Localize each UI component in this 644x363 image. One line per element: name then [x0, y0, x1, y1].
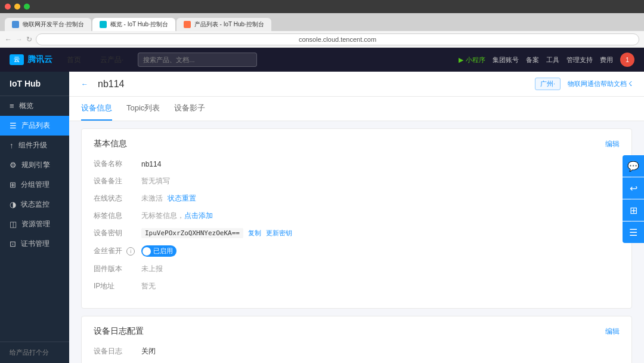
online-status-value: 未激活	[141, 193, 163, 204]
device-name-row: 设备名称 nb114	[94, 159, 620, 169]
tab-topic-list[interactable]: Topic列表	[126, 97, 160, 121]
sidebar: IoT Hub ≡ 概览 ☰ 产品列表 ↑ 组件升级 ⚙ 规则引擎 ⊞ 分组管理…	[0, 72, 69, 363]
sidebar-item-cert-manage[interactable]: ⊡ 证书管理	[0, 234, 69, 254]
content-header: ← nb114 广州· 物联网通信帮助文档 ☇	[69, 72, 644, 97]
tag-info-row: 标签信息 无标签信息， 点击添加	[94, 211, 620, 221]
tc-header-right: ▶ 小程序 集团账号 备案 工具 管理支持 费用 1	[459, 53, 634, 67]
tag-info-value: 无标签信息，	[141, 211, 184, 221]
product-list-icon: ☰	[10, 121, 17, 130]
tc-search[interactable]: 搜索产品、文档...	[138, 53, 257, 67]
device-log-title: 设备日志配置	[94, 326, 144, 337]
device-log-edit[interactable]: 编辑	[605, 327, 620, 337]
device-key-copy[interactable]: 复制	[248, 229, 261, 238]
ip-label: IP地址	[94, 281, 141, 291]
sidebar-item-resource-manage[interactable]: ◫ 资源管理	[0, 214, 69, 234]
region-badge[interactable]: 广州·	[535, 78, 561, 90]
online-status-label: 在线状态	[94, 193, 141, 204]
sidebar-item-group-manage[interactable]: ⊞ 分组管理	[0, 175, 69, 195]
device-log-card: 设备日志配置 编辑 设备日志 关闭 日志等级 无	[81, 316, 632, 363]
status-reset-link[interactable]: 状态重置	[168, 193, 196, 204]
tc-logo-icon: 云	[10, 54, 24, 65]
device-name-label: 设备名称	[94, 159, 141, 169]
group-manage-icon: ⊞	[10, 180, 16, 189]
tag-add-link[interactable]: 点击添加	[184, 211, 213, 221]
canary-label: 金丝雀开 i	[94, 246, 141, 256]
basic-info-title: 基本信息	[94, 139, 127, 149]
firmware-label: 固件版本	[94, 264, 141, 274]
component-upgrade-icon: ↑	[10, 141, 14, 150]
sidebar-title: IoT Hub	[0, 72, 69, 96]
tab-device-info[interactable]: 设备信息	[81, 97, 112, 121]
tab-bar: 设备信息 Topic列表 设备影子	[69, 97, 644, 121]
main-layout: IoT Hub ≡ 概览 ☰ 产品列表 ↑ 组件升级 ⚙ 规则引擎 ⊞ 分组管理…	[0, 72, 644, 363]
firmware-value: 未上报	[141, 264, 163, 274]
browser-toolbar: ← → ↻ console.cloud.tencent.com	[0, 31, 644, 48]
basic-info-card: 基本信息 编辑 设备名称 nb114 设备备注 暂无填写 在线状态 未激活 状态…	[81, 128, 632, 309]
tab-1[interactable]: 物联网开发平台·控制台	[5, 18, 91, 31]
ip-row: IP地址 暂无	[94, 281, 620, 291]
user-avatar[interactable]: 1	[620, 53, 634, 67]
canary-toggle-label: 已启用	[153, 247, 173, 256]
device-key-value: IpuVePOxrZoQXHNYezOeKA==	[141, 228, 243, 238]
nav-group[interactable]: 集团账号	[493, 56, 519, 64]
refresh-icon[interactable]: ↻	[26, 35, 32, 44]
log-status-row: 设备日志 关闭	[94, 346, 620, 356]
sidebar-item-rule-engine[interactable]: ⚙ 规则引擎	[0, 155, 69, 175]
overview-icon: ≡	[10, 101, 14, 110]
float-share-button[interactable]: ↩	[623, 177, 644, 199]
nav-tools[interactable]: 工具	[546, 56, 559, 64]
cert-manage-icon: ⊡	[10, 239, 16, 248]
nav-billing[interactable]: 费用	[600, 56, 613, 64]
status-monitor-icon: ◑	[10, 200, 16, 209]
float-chat-button[interactable]: 💬	[623, 155, 644, 177]
device-log-header: 设备日志配置 编辑	[94, 326, 620, 337]
info-icon[interactable]: i	[126, 247, 135, 256]
device-name-value: nb114	[141, 160, 161, 168]
sidebar-item-component-upgrade[interactable]: ↑ 组件升级	[0, 136, 69, 155]
browser-tabs: 物联网开发平台·控制台 概览 - IoT Hub·控制台 产品列表 - IoT …	[0, 13, 644, 31]
right-float-buttons: 💬 ↩ ⊞ ☰	[623, 155, 644, 243]
sidebar-item-status-monitor[interactable]: ◑ 状态监控	[0, 195, 69, 214]
device-note-row: 设备备注 暂无填写	[94, 176, 620, 186]
log-status-label: 设备日志	[94, 346, 141, 356]
nav-home[interactable]: 首页	[62, 53, 86, 67]
sidebar-item-overview[interactable]: ≡ 概览	[0, 96, 69, 116]
content-header-right: 广州· 物联网通信帮助文档 ☇	[535, 78, 632, 90]
browser-chrome	[0, 0, 644, 13]
device-note-value: 暂无填写	[141, 176, 170, 186]
small-program-btn[interactable]: ▶ 小程序	[459, 56, 485, 64]
log-status-value: 关闭	[141, 346, 156, 356]
sidebar-bottom-label[interactable]: 给产品打个分	[0, 342, 69, 363]
firmware-row: 固件版本 未上报	[94, 264, 620, 274]
back-nav-icon[interactable]: ←	[5, 35, 12, 44]
nav-cloud-products[interactable]: 云产品·	[95, 53, 128, 67]
doc-link[interactable]: 物联网通信帮助文档 ☇	[568, 79, 632, 88]
device-key-label: 设备密钥	[94, 228, 141, 238]
canary-toggle[interactable]: 已启用	[141, 245, 177, 257]
float-grid-button[interactable]: ⊞	[623, 199, 644, 221]
float-list-button[interactable]: ☰	[623, 222, 644, 243]
canary-row: 金丝雀开 i 已启用	[94, 245, 620, 257]
device-key-row: 设备密钥 IpuVePOxrZoQXHNYezOeKA== 复制 更新密钥	[94, 228, 620, 238]
tab-device-shadow[interactable]: 设备影子	[174, 97, 205, 121]
nav-support[interactable]: 管理支持	[566, 56, 593, 64]
resource-manage-icon: ◫	[10, 220, 17, 229]
url-bar[interactable]: console.cloud.tencent.com	[36, 33, 639, 45]
toggle-circle	[143, 247, 151, 256]
tab-2[interactable]: 概览 - IoT Hub·控制台	[92, 18, 175, 31]
tab-3[interactable]: 产品列表 - IoT Hub·控制台	[177, 18, 271, 31]
content-area: ← nb114 广州· 物联网通信帮助文档 ☇ 设备信息 Topic列表 设备影…	[69, 72, 644, 363]
tc-header: 云 腾讯云 首页 云产品· 搜索产品、文档... ▶ 小程序 集团账号 备案 工…	[0, 48, 644, 72]
online-status-row: 在线状态 未激活 状态重置	[94, 193, 620, 204]
device-note-label: 设备备注	[94, 176, 141, 186]
nav-services[interactable]: 备案	[526, 56, 539, 64]
back-button[interactable]: ←	[81, 80, 88, 88]
basic-info-edit[interactable]: 编辑	[605, 139, 620, 149]
page-title: nb114	[98, 79, 125, 90]
ip-value: 暂无	[141, 281, 156, 291]
forward-nav-icon[interactable]: →	[16, 35, 23, 44]
device-key-update[interactable]: 更新密钥	[266, 229, 292, 238]
sidebar-item-product-list[interactable]: ☰ 产品列表	[0, 116, 69, 136]
basic-info-header: 基本信息 编辑	[94, 139, 620, 149]
tag-info-label: 标签信息	[94, 211, 141, 221]
